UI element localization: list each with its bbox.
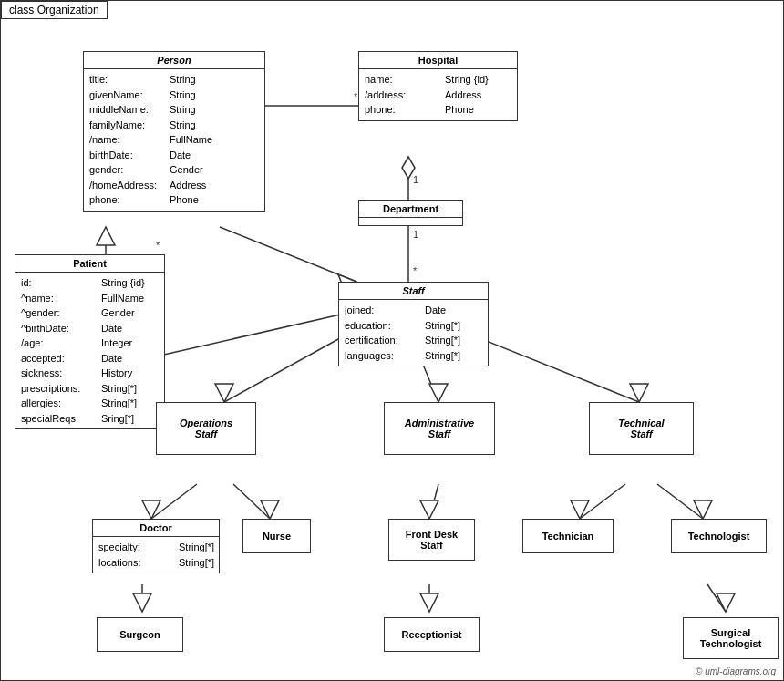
hospital-header: Hospital bbox=[359, 52, 517, 69]
svg-line-14 bbox=[151, 484, 197, 519]
diagram-container: class Organization bbox=[0, 0, 784, 681]
svg-marker-5 bbox=[97, 227, 115, 245]
svg-marker-25 bbox=[133, 593, 151, 612]
svg-line-8 bbox=[224, 329, 356, 402]
person-header: Person bbox=[84, 52, 264, 69]
operations-staff-header: OperationsStaff bbox=[157, 403, 255, 454]
surgeon-class: Surgeon bbox=[97, 617, 183, 652]
svg-line-28 bbox=[707, 584, 726, 612]
administrative-staff-header: AdministrativeStaff bbox=[385, 403, 494, 454]
technologist-header: Technologist bbox=[672, 520, 766, 552]
department-header: Department bbox=[359, 201, 462, 218]
front-desk-staff-class: Front DeskStaff bbox=[388, 519, 475, 561]
svg-marker-9 bbox=[215, 384, 233, 402]
staff-body: joined:Date education:String[*] certific… bbox=[339, 300, 488, 366]
svg-marker-13 bbox=[630, 384, 648, 402]
svg-line-16 bbox=[233, 484, 270, 519]
doctor-header: Doctor bbox=[93, 520, 219, 537]
svg-marker-27 bbox=[420, 593, 438, 612]
diagram-title: class Organization bbox=[1, 1, 108, 19]
patient-header: Patient bbox=[15, 255, 164, 273]
doctor-body: specialty:String[*] locations:String[*] bbox=[93, 537, 219, 573]
hospital-class: Hospital name:String {id} /address:Addre… bbox=[358, 51, 518, 121]
doctor-class: Doctor specialty:String[*] locations:Str… bbox=[92, 519, 220, 573]
svg-marker-15 bbox=[142, 500, 160, 519]
operations-staff-class: OperationsStaff bbox=[156, 402, 256, 455]
technologist-class: Technologist bbox=[671, 519, 767, 553]
svg-line-22 bbox=[657, 484, 703, 519]
surgeon-header: Surgeon bbox=[98, 618, 182, 651]
svg-line-20 bbox=[580, 484, 625, 519]
person-body: title:String givenName:String middleName… bbox=[84, 69, 264, 211]
surgical-technologist-class: SurgicalTechnologist bbox=[683, 617, 779, 659]
staff-header: Staff bbox=[339, 283, 488, 300]
svg-marker-19 bbox=[420, 500, 438, 519]
svg-marker-11 bbox=[429, 384, 448, 402]
nurse-class: Nurse bbox=[242, 519, 311, 553]
patient-class: Patient id:String {id} ^name:FullName ^g… bbox=[15, 254, 165, 429]
department-body bbox=[359, 218, 462, 225]
administrative-staff-class: AdministrativeStaff bbox=[384, 402, 495, 455]
technical-staff-class: TechnicalStaff bbox=[589, 402, 694, 455]
svg-text:1: 1 bbox=[413, 229, 418, 240]
front-desk-staff-header: Front DeskStaff bbox=[389, 520, 474, 560]
svg-marker-29 bbox=[717, 593, 735, 612]
receptionist-header: Receptionist bbox=[385, 618, 479, 651]
technician-header: Technician bbox=[523, 520, 613, 552]
person-class: Person title:String givenName:String mid… bbox=[83, 51, 265, 212]
svg-line-6 bbox=[220, 227, 356, 282]
svg-marker-17 bbox=[261, 500, 279, 519]
technician-class: Technician bbox=[522, 519, 614, 553]
patient-body: id:String {id} ^name:FullName ^gender:Ge… bbox=[15, 273, 164, 428]
svg-text:*: * bbox=[413, 265, 418, 276]
copyright-text: © uml-diagrams.org bbox=[696, 666, 776, 676]
svg-marker-2 bbox=[402, 157, 415, 179]
hospital-body: name:String {id} /address:Address phone:… bbox=[359, 69, 517, 120]
staff-class: Staff joined:Date education:String[*] ce… bbox=[338, 282, 489, 366]
svg-line-18 bbox=[429, 484, 438, 519]
surgical-technologist-header: SurgicalTechnologist bbox=[684, 618, 778, 658]
nurse-header: Nurse bbox=[243, 520, 310, 552]
svg-text:*: * bbox=[156, 240, 160, 251]
svg-text:1: 1 bbox=[413, 174, 418, 185]
svg-marker-23 bbox=[694, 500, 712, 519]
svg-line-30 bbox=[156, 311, 356, 356]
department-class: Department bbox=[358, 200, 463, 226]
svg-marker-21 bbox=[571, 500, 589, 519]
technical-staff-header: TechnicalStaff bbox=[590, 403, 693, 454]
receptionist-class: Receptionist bbox=[384, 617, 480, 652]
